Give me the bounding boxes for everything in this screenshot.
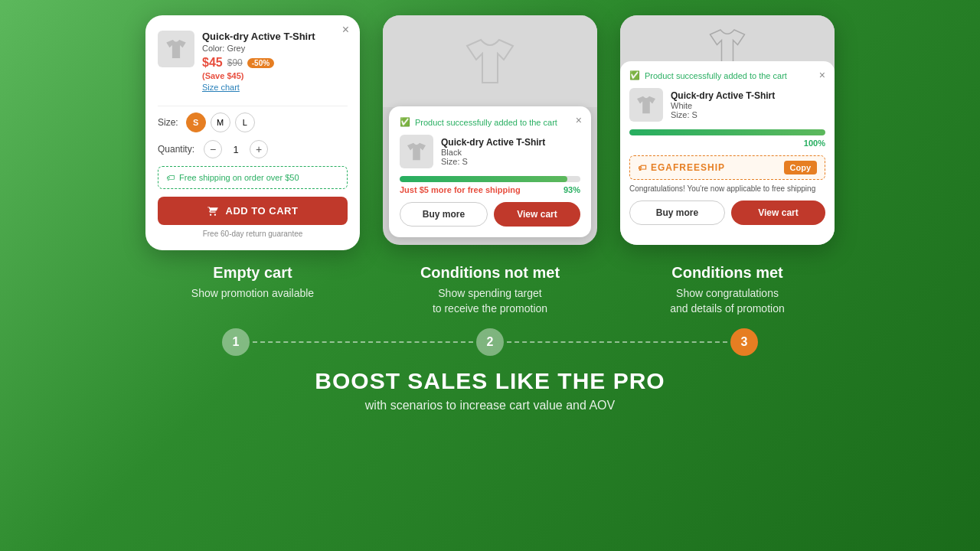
popup-product-img-phone2: [400, 135, 433, 168]
just-more-amount-phone2: $5: [420, 185, 429, 194]
popup-product-name-phone3: Quick-dry Active T-Shirt: [671, 90, 775, 101]
popup-buttons-phone2: Buy more View cart: [400, 202, 580, 227]
coupon-code-row-phone3: 🏷 EGAFREESHIP Copy: [629, 155, 825, 180]
label-desc-1: Show promotion available: [145, 286, 360, 302]
progress-pct-phone2: 93%: [564, 185, 580, 194]
product-header-phone1: Quick-dry Active T-Shirt Color: Grey $45…: [158, 31, 348, 99]
success-row-phone2: ✅ Product successfully added to the cart: [400, 117, 580, 127]
tag-icon-phone1: 🏷: [166, 173, 175, 182]
label-title-1: Empty cart: [145, 264, 360, 282]
progress-pct-phone3: 100%: [629, 139, 825, 148]
popup-product-size-phone3: Size: S: [671, 110, 775, 119]
boost-title: BOOST SALES LIKE THE PRO: [315, 368, 665, 394]
qty-value-phone1: 1: [228, 144, 243, 155]
size-chart-link-phone1[interactable]: Size chart: [202, 83, 315, 92]
view-cart-button-phone3[interactable]: View cart: [731, 201, 825, 225]
step-1-circle: 1: [222, 328, 250, 356]
popup-product-img-phone3: [629, 88, 663, 122]
size-btn-l-phone1[interactable]: L: [235, 112, 255, 132]
labels-row: Empty cart Show promotion available Cond…: [31, 264, 949, 316]
qty-increase-phone1[interactable]: +: [250, 140, 268, 158]
save-amount-phone1: $45: [227, 71, 240, 80]
popup-product-row-phone2: Quick-dry Active T-Shirt Black Size: S: [400, 135, 580, 168]
qty-decrease-phone1[interactable]: −: [204, 140, 222, 158]
success-text-phone2: Product successfully added to the cart: [415, 118, 557, 127]
product-info-phone1: Quick-dry Active T-Shirt Color: Grey $45…: [202, 31, 315, 99]
popup-product-name-phone2: Quick-dry Active T-Shirt: [441, 137, 545, 148]
free-shipping-text-phone1: Free shipping on order over $50: [179, 173, 299, 182]
phone2: × ✅ Product successfully added to the ca…: [383, 15, 597, 245]
success-row-phone3: ✅ Product successfully added to the cart: [629, 70, 825, 80]
phones-row: × Quick-dry Active T-Shirt Color: Grey $…: [31, 15, 949, 250]
label-col-2: Conditions not met Show spending target …: [383, 264, 597, 316]
progress-bar-bg-phone2: [400, 176, 580, 182]
size-btn-s-phone1[interactable]: S: [186, 112, 206, 132]
step-line-1: [253, 341, 473, 343]
discount-badge-phone1: -50%: [247, 58, 274, 68]
label-title-2: Conditions not met: [383, 264, 597, 282]
main-container: × Quick-dry Active T-Shirt Color: Grey $…: [0, 0, 980, 551]
phone1: × Quick-dry Active T-Shirt Color: Grey $…: [145, 15, 360, 250]
step-2-circle: 2: [476, 328, 504, 356]
popup-product-size-phone2: Size: S: [441, 157, 545, 166]
tshirt-outline-phone2: [459, 31, 521, 92]
popup-product-info-phone3: Quick-dry Active T-Shirt White Size: S: [671, 90, 775, 119]
tshirt-icon-phone1: [163, 36, 189, 62]
just-more-text-phone2: Just $5 more for free shipping: [400, 185, 521, 194]
close-icon-phone1[interactable]: ×: [342, 23, 349, 37]
price-current-phone1: $45: [202, 56, 223, 70]
phone2-top: [383, 15, 597, 107]
tshirt-icon-phone3: [634, 93, 658, 117]
product-color-phone1: Color: Grey: [202, 44, 315, 53]
tshirt-icon-phone2: [404, 139, 429, 164]
buy-more-button-phone2[interactable]: Buy more: [400, 202, 488, 227]
qty-row-phone1: Quantity: − 1 +: [158, 140, 348, 158]
view-cart-button-phone2[interactable]: View cart: [494, 202, 580, 227]
label-title-3: Conditions met: [620, 264, 835, 282]
popup-product-row-phone3: Quick-dry Active T-Shirt White Size: S: [629, 88, 825, 122]
boost-subtitle: with scenarios to increase cart value an…: [315, 399, 665, 412]
popup-buttons-phone3: Buy more View cart: [629, 201, 825, 225]
save-text-phone1: (Save $45): [202, 71, 315, 80]
progress-bar-fill-phone3: [629, 129, 825, 135]
return-guarantee-text-phone1: Free 60-day return guarantee: [158, 230, 348, 238]
product-image-phone1: [158, 31, 194, 67]
product-name-phone1: Quick-dry Active T-Shirt: [202, 31, 315, 42]
phone3-inner: × ✅ Product successfully added to the ca…: [620, 61, 835, 245]
free-shipping-banner-phone1: 🏷 Free shipping on order over $50: [158, 166, 348, 189]
add-to-cart-button-phone1[interactable]: ADD TO CART: [158, 197, 348, 225]
popup-card-phone2: × ✅ Product successfully added to the ca…: [389, 106, 591, 237]
coupon-code-text-phone3: EGAFREESHIP: [651, 162, 779, 173]
divider1: [158, 106, 348, 106]
popup-product-info-phone2: Quick-dry Active T-Shirt Black Size: S: [441, 137, 545, 166]
close-icon-phone2[interactable]: ×: [576, 114, 582, 126]
label-desc-3: Show congratulations and details of prom…: [620, 286, 835, 316]
price-original-phone1: $90: [227, 57, 243, 68]
label-desc-2: Show spending target to receive the prom…: [383, 286, 597, 316]
progress-text-phone2: Just $5 more for free shipping 93%: [400, 185, 580, 194]
bottom-section: BOOST SALES LIKE THE PRO with scenarios …: [315, 368, 665, 412]
step-3-circle: 3: [730, 328, 758, 356]
close-icon-phone3[interactable]: ×: [819, 69, 825, 81]
price-row-phone1: $45 $90 -50%: [202, 56, 315, 70]
success-text-phone3: Product successfully added to the cart: [645, 71, 787, 80]
step-line-2: [507, 341, 727, 343]
progress-bar-fill-phone2: [400, 176, 567, 182]
size-row-phone1: Size: S M L: [158, 112, 348, 132]
coupon-tag-icon-phone3: 🏷: [638, 163, 646, 172]
progress-section-phone2: Just $5 more for free shipping 93%: [400, 176, 580, 194]
progress-section-phone3: 100%: [629, 129, 825, 148]
add-to-cart-label-phone1: ADD TO CART: [226, 205, 299, 217]
buy-more-button-phone3[interactable]: Buy more: [629, 201, 725, 225]
copy-button-phone3[interactable]: Copy: [784, 161, 818, 174]
size-label-phone1: Size:: [158, 117, 178, 128]
success-icon-phone2: ✅: [400, 117, 410, 127]
success-icon-phone3: ✅: [629, 70, 640, 80]
label-col-3: Conditions met Show congratulations and …: [620, 264, 835, 316]
size-btn-m-phone1[interactable]: M: [211, 112, 230, 132]
qty-label-phone1: Quantity:: [158, 144, 194, 155]
popup-product-color-phone2: Black: [441, 148, 545, 157]
progress-bar-bg-phone3: [629, 129, 825, 135]
phone3: × ✅ Product successfully added to the ca…: [620, 15, 835, 245]
popup-product-color-phone3: White: [671, 101, 775, 110]
